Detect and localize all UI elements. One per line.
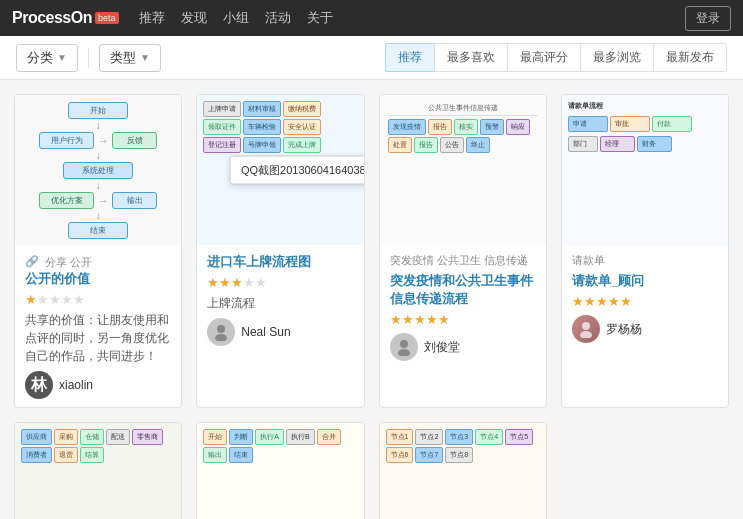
card-3-stars: ★★★★★: [390, 312, 536, 327]
svg-point-5: [580, 331, 592, 338]
sort-recommend[interactable]: 推荐: [385, 43, 434, 72]
card-4-diagram: 请款单流程 申请 审批 付款 部门 经理 财务: [562, 95, 728, 245]
card-1-tags: 🔗 分享 公开: [25, 255, 92, 270]
card-4-stars: ★★★★★: [572, 294, 718, 309]
card-7[interactable]: 节点1 节点2 节点3 节点4 节点5 节点6 节点7 节点8: [379, 422, 547, 519]
main-nav: 推荐 发现 小组 活动 关于: [139, 9, 333, 27]
card-4-title[interactable]: 请款单_顾问: [572, 272, 718, 290]
card-2[interactable]: 上牌申请 材料审核 缴纳税费 领取证件 车辆检验 安全认证 登记注册 号牌申领 …: [196, 94, 364, 408]
nav-about[interactable]: 关于: [307, 9, 333, 27]
card-3[interactable]: 公共卫生事件信息传递 发现疫情 报告 核实 预警 响应 处置 报告 公告 终止: [379, 94, 547, 408]
card-7-thumb: 节点1 节点2 节点3 节点4 节点5 节点6 节点7 节点8: [380, 423, 546, 519]
card-1-diagram: 开始 ↓ 用户行为 → 反馈 ↓ 系统处理 ↓ 优化方案 →: [15, 95, 181, 245]
card-3-diagram: 公共卫生事件信息传递 发现疫情 报告 核实 预警 响应 处置 报告 公告 终止: [380, 95, 546, 245]
card-4-body: 请款单 请款单_顾问 ★★★★★ 罗杨杨: [562, 245, 728, 351]
card-2-author-name: Neal Sun: [241, 325, 290, 339]
card-2-desc: 上牌流程: [207, 294, 353, 312]
svg-point-2: [400, 340, 408, 348]
login-button[interactable]: 登录: [685, 6, 731, 31]
svg-point-0: [217, 325, 225, 333]
type-filter[interactable]: 类型 ▼: [99, 44, 161, 72]
logo-text: ProcessOn: [12, 9, 92, 27]
nav-activity[interactable]: 活动: [265, 9, 291, 27]
card-5[interactable]: 供应商 采购 仓储 配送 零售商 消费者 退货 结算 物流供应链图谱: [14, 422, 182, 519]
card-3-tags: 突发疫情 公共卫生 信息传递: [390, 253, 536, 268]
card-2-thumb: 上牌申请 材料审核 缴纳税费 领取证件 车辆检验 安全认证 登记注册 号牌申领 …: [197, 95, 363, 245]
card-6-diagram: 开始 判断 执行A 执行B 合并 输出 结束: [197, 423, 363, 519]
card-3-author-name: 刘俊堂: [424, 339, 460, 356]
card-4[interactable]: 请款单流程 申请 审批 付款 部门 经理 财务 请款单 请款单_顾问: [561, 94, 729, 408]
svg-point-3: [398, 349, 410, 356]
card-4-avatar: [572, 315, 600, 343]
card-7-diagram: 节点1 节点2 节点3 节点4 节点5 节点6 节点7 节点8: [380, 423, 546, 519]
card-2-stars: ★★★★★: [207, 275, 353, 290]
card-1-stars: ★★★★★: [25, 292, 171, 307]
main-content: 开始 ↓ 用户行为 → 反馈 ↓ 系统处理 ↓ 优化方案 →: [0, 80, 743, 519]
card-4-tags: 请款单: [572, 253, 718, 268]
category-arrow: ▼: [57, 52, 67, 63]
navbar: ProcessOn beta 推荐 发现 小组 活动 关于 登录: [0, 0, 743, 36]
sort-likes[interactable]: 最多喜欢: [434, 43, 507, 72]
card-1-title[interactable]: 公开的价值: [25, 270, 171, 288]
card-3-body: 突发疫情 公共卫生 信息传递 突发疫情和公共卫生事件信息传递流程 ★★★★★ 刘…: [380, 245, 546, 369]
nav-discover[interactable]: 发现: [181, 9, 207, 27]
svg-point-4: [582, 322, 590, 330]
nav-recommend[interactable]: 推荐: [139, 9, 165, 27]
type-label: 类型: [110, 49, 136, 67]
filter-divider: [88, 48, 89, 68]
card-4-author-name: 罗杨杨: [606, 321, 642, 338]
type-arrow: ▼: [140, 52, 150, 63]
card-2-avatar: [207, 318, 235, 346]
card-5-diagram: 供应商 采购 仓储 配送 零售商 消费者 退货 结算: [15, 423, 181, 519]
card-3-title[interactable]: 突发疫情和公共卫生事件信息传递流程: [390, 272, 536, 308]
card-5-thumb: 供应商 采购 仓储 配送 零售商 消费者 退货 结算: [15, 423, 181, 519]
card-3-thumb: 公共卫生事件信息传递 发现疫情 报告 核实 预警 响应 处置 报告 公告 终止: [380, 95, 546, 245]
card-3-author: 刘俊堂: [390, 333, 536, 361]
svg-point-1: [215, 334, 227, 341]
card-1-desc: 共享的价值：让朋友使用和点评的同时，另一角度优化自己的作品，共同进步！: [25, 311, 171, 365]
card-4-author: 罗杨杨: [572, 315, 718, 343]
nav-groups[interactable]: 小组: [223, 9, 249, 27]
sort-tabs: 推荐 最多喜欢 最高评分 最多浏览 最新发布: [385, 43, 727, 72]
card-2-tooltip: QQ截图20130604164038.png: [230, 156, 364, 185]
card-3-avatar: [390, 333, 418, 361]
card-1-author-name: xiaolin: [59, 378, 93, 392]
card-2-title[interactable]: 进口车上牌流程图: [207, 253, 353, 271]
card-2-body: 进口车上牌流程图 ★★★★★ 上牌流程 Neal Sun: [197, 245, 363, 354]
card-1-body: 🔗 分享 公开 公开的价值 ★★★★★ 共享的价值：让朋友使用和点评的同时，另一…: [15, 245, 181, 407]
card-1[interactable]: 开始 ↓ 用户行为 → 反馈 ↓ 系统处理 ↓ 优化方案 →: [14, 94, 182, 408]
card-6-thumb: 开始 判断 执行A 执行B 合并 输出 结束: [197, 423, 363, 519]
card-2-author: Neal Sun: [207, 318, 353, 346]
filter-bar: 分类 ▼ 类型 ▼ 推荐 最多喜欢 最高评分 最多浏览 最新发布: [0, 36, 743, 80]
category-label: 分类: [27, 49, 53, 67]
card-4-thumb: 请款单流程 申请 审批 付款 部门 经理 财务: [562, 95, 728, 245]
card-1-avatar: 林: [25, 371, 53, 399]
card-1-author: 林 xiaolin: [25, 371, 171, 399]
card-1-thumb: 开始 ↓ 用户行为 → 反馈 ↓ 系统处理 ↓ 优化方案 →: [15, 95, 181, 245]
card-grid: 开始 ↓ 用户行为 → 反馈 ↓ 系统处理 ↓ 优化方案 →: [14, 94, 729, 519]
card-6[interactable]: 开始 判断 执行A 执行B 合并 输出 结束: [196, 422, 364, 519]
sort-views[interactable]: 最多浏览: [580, 43, 653, 72]
sort-rating[interactable]: 最高评分: [507, 43, 580, 72]
beta-badge: beta: [95, 12, 119, 24]
sort-newest[interactable]: 最新发布: [653, 43, 727, 72]
logo[interactable]: ProcessOn beta: [12, 9, 119, 27]
category-filter[interactable]: 分类 ▼: [16, 44, 78, 72]
